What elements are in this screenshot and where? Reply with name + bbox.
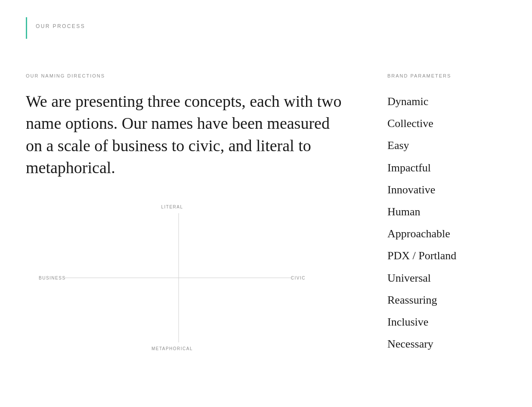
list-item: PDX / Portland (387, 245, 506, 267)
list-item: Innovative (387, 179, 506, 201)
list-item: Reassuring (387, 289, 506, 311)
header-accent-bar (26, 17, 27, 39)
left-column: OUR NAMING DIRECTIONS We are presenting … (26, 73, 379, 355)
brand-parameters-label: BRAND PARAMETERS (387, 73, 506, 78)
page-wrapper: OUR PROCESS OUR NAMING DIRECTIONS We are… (0, 0, 532, 372)
list-item: Collective (387, 112, 506, 134)
header-section: OUR PROCESS (26, 17, 506, 39)
list-item: Easy (387, 134, 506, 156)
chart-container: LITERAL METAPHORICAL BUSINESS CIVIC (39, 205, 306, 351)
main-description: We are presenting three concepts, each w… (26, 90, 349, 179)
list-item: Dynamic (387, 90, 506, 112)
right-column: BRAND PARAMETERS Dynamic Collective Easy… (379, 73, 506, 355)
axis-label-metaphorical: METAPHORICAL (152, 346, 193, 351)
list-item: Inclusive (387, 311, 506, 333)
axis-label-civic: CIVIC (291, 276, 306, 280)
axis-label-business: BUSINESS (39, 276, 66, 280)
brand-parameters-list: Dynamic Collective Easy Impactful Innova… (387, 90, 506, 355)
list-item: Approachable (387, 223, 506, 245)
list-item: Necessary (387, 333, 506, 355)
list-item: Impactful (387, 157, 506, 179)
chart-cross-lines (65, 213, 293, 342)
list-item: Human (387, 201, 506, 223)
header-title: OUR PROCESS (36, 23, 85, 29)
naming-directions-label: OUR NAMING DIRECTIONS (26, 73, 353, 78)
axis-label-literal: LITERAL (161, 205, 183, 209)
main-content: OUR NAMING DIRECTIONS We are presenting … (26, 73, 506, 355)
list-item: Universal (387, 267, 506, 289)
